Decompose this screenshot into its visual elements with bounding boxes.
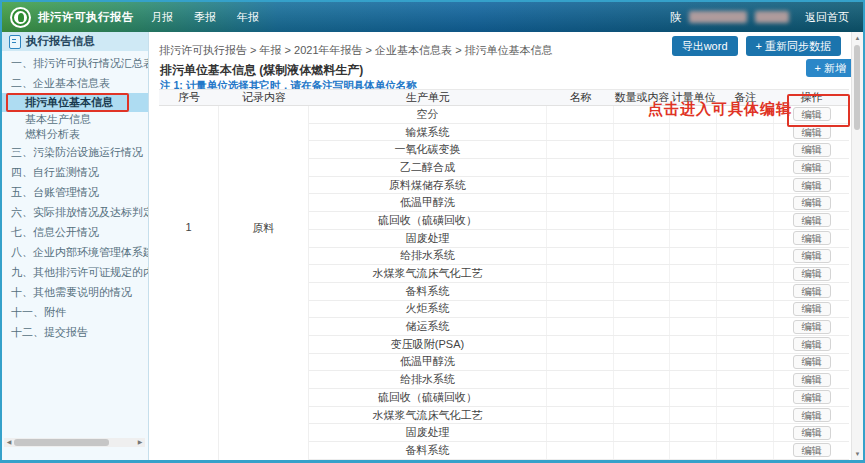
export-word-button[interactable]: 导出word: [672, 36, 738, 56]
actions-cell: 编辑: [774, 318, 849, 335]
actions-cell: 编辑: [774, 407, 849, 424]
quantity-cell: [614, 194, 670, 211]
tab-report-period[interactable]: 季报: [194, 10, 216, 25]
table-row: 低温甲醇洗 编辑: [309, 354, 849, 372]
edit-button[interactable]: 编辑: [793, 213, 831, 227]
edit-button[interactable]: 编辑: [793, 426, 831, 440]
quantity-cell: [614, 230, 670, 247]
sidebar-item[interactable]: 五、台账管理情况: [2, 182, 148, 202]
quantity-cell: [614, 407, 670, 424]
remark-cell: [717, 141, 774, 158]
name-cell: [547, 407, 614, 424]
quantity-cell: [614, 442, 670, 459]
resync-data-button[interactable]: + 重新同步数据: [746, 36, 841, 56]
sidebar-item[interactable]: 三、污染防治设施运行情况: [2, 142, 148, 162]
edit-button[interactable]: 编辑: [793, 320, 831, 334]
actions-cell: 编辑: [774, 141, 849, 158]
add-new-button[interactable]: + 新增: [806, 59, 855, 77]
quantity-cell: [614, 389, 670, 406]
sidebar-item[interactable]: 十、其他需要说明的情况: [2, 282, 148, 302]
unit-of-measure-cell: [670, 265, 717, 282]
vertical-scrollbar[interactable]: ▲ ▼: [851, 32, 863, 460]
edit-button[interactable]: 编辑: [793, 267, 831, 281]
name-cell: [547, 442, 614, 459]
name-cell: [547, 336, 614, 353]
tab-report-period[interactable]: 年报: [237, 10, 259, 25]
edit-button[interactable]: 编辑: [793, 231, 831, 245]
table-row: 输煤系统 编辑: [309, 124, 849, 142]
table-row: 变压吸附(PSA) 编辑: [309, 336, 849, 354]
remark-cell: [717, 212, 774, 229]
edit-button[interactable]: 编辑: [793, 284, 831, 298]
edit-button[interactable]: 编辑: [793, 196, 831, 210]
quantity-cell: [614, 424, 670, 441]
sidebar-item[interactable]: 六、实际排放情况及达标判定分析: [2, 202, 148, 222]
scroll-right-icon[interactable]: ▶: [135, 438, 145, 447]
remark-cell: [717, 230, 774, 247]
scrollbar-thumb[interactable]: [854, 45, 860, 130]
sidebar-item[interactable]: 排污单位基本信息: [2, 93, 148, 112]
edit-button[interactable]: 编辑: [793, 160, 831, 174]
return-home-link[interactable]: 返回首页: [805, 10, 849, 25]
name-cell: [547, 141, 614, 158]
tab-report-period[interactable]: 月报: [151, 10, 173, 25]
production-unit-cell: 硫回收（硫磺回收）: [309, 212, 547, 229]
quantity-cell: [614, 265, 670, 282]
edit-button[interactable]: 编辑: [793, 337, 831, 351]
sidebar-horizontal-scrollbar[interactable]: ◀ ▶: [4, 438, 145, 447]
unit-of-measure-cell: [670, 442, 717, 459]
actions-cell: 编辑: [774, 442, 849, 459]
scroll-up-icon[interactable]: ▲: [852, 35, 863, 41]
edit-button[interactable]: 编辑: [793, 178, 831, 192]
quantity-cell: [614, 124, 670, 141]
scrollbar-thumb[interactable]: [14, 439, 109, 446]
actions-cell: 编辑: [774, 265, 849, 282]
main-content: 排污许可执行报告 > 年报 > 2021年年报告 > 企业基本信息表 > 排污单…: [149, 32, 863, 460]
edit-button[interactable]: 编辑: [793, 125, 831, 139]
scroll-down-icon[interactable]: ▼: [852, 451, 863, 457]
name-cell: [547, 248, 614, 265]
sidebar-item[interactable]: 七、信息公开情况: [2, 222, 148, 242]
actions-cell: 编辑: [774, 424, 849, 441]
sidebar-item[interactable]: 八、企业内部环境管理体系建设与运行情况: [2, 242, 148, 262]
edit-button[interactable]: 编辑: [793, 390, 831, 404]
actions-cell: 编辑: [774, 212, 849, 229]
unit-of-measure-cell: [670, 407, 717, 424]
remark-cell: [717, 424, 774, 441]
edit-button[interactable]: 编辑: [793, 249, 831, 263]
col-header-actions: 操作: [774, 90, 849, 105]
edit-button[interactable]: 编辑: [793, 302, 831, 316]
table-row: 一氧化碳变换 编辑: [309, 141, 849, 159]
production-unit-cell: 原料煤储存系统: [309, 177, 547, 194]
remark-cell: [717, 265, 774, 282]
remark-cell: [717, 248, 774, 265]
edit-button[interactable]: 编辑: [793, 373, 831, 387]
sidebar-item[interactable]: 二、企业基本信息表: [2, 73, 148, 93]
remark-cell: [717, 301, 774, 318]
table-body: 1 原料 空分: [159, 106, 849, 460]
edit-button[interactable]: 编辑: [793, 143, 831, 157]
report-document-icon: [9, 35, 21, 49]
quantity-cell: [614, 177, 670, 194]
sidebar-item[interactable]: 十一、附件: [2, 302, 148, 322]
quantity-cell: [614, 141, 670, 158]
actions-cell: 编辑: [774, 248, 849, 265]
sidebar-item[interactable]: 四、自行监测情况: [2, 162, 148, 182]
edit-button[interactable]: 编辑: [793, 408, 831, 422]
edit-button[interactable]: 编辑: [793, 355, 831, 369]
scroll-left-icon[interactable]: ◀: [4, 438, 14, 447]
name-cell: [547, 389, 614, 406]
unit-of-measure-cell: [670, 389, 717, 406]
name-cell: [547, 212, 614, 229]
basic-info-table: 序号 记录内容 生产单元 名称 数量或内容 计量单位 备注 操作 1 原料: [159, 89, 849, 460]
remark-cell: [717, 407, 774, 424]
edit-button[interactable]: 编辑: [793, 443, 831, 457]
table-row: 水煤浆气流床气化工艺 编辑: [309, 407, 849, 425]
sidebar-item[interactable]: 九、其他排污许可证规定的内容执行情况: [2, 262, 148, 282]
edit-button[interactable]: 编辑: [793, 107, 831, 121]
sidebar-item[interactable]: 基本生产信息: [2, 112, 148, 127]
sidebar-item[interactable]: 一、排污许可执行情况汇总表: [2, 53, 148, 73]
sidebar-item[interactable]: 十二、提交报告: [2, 322, 148, 342]
sidebar-item[interactable]: 燃料分析表: [2, 127, 148, 142]
table-row: 给排水系统 编辑: [309, 371, 849, 389]
